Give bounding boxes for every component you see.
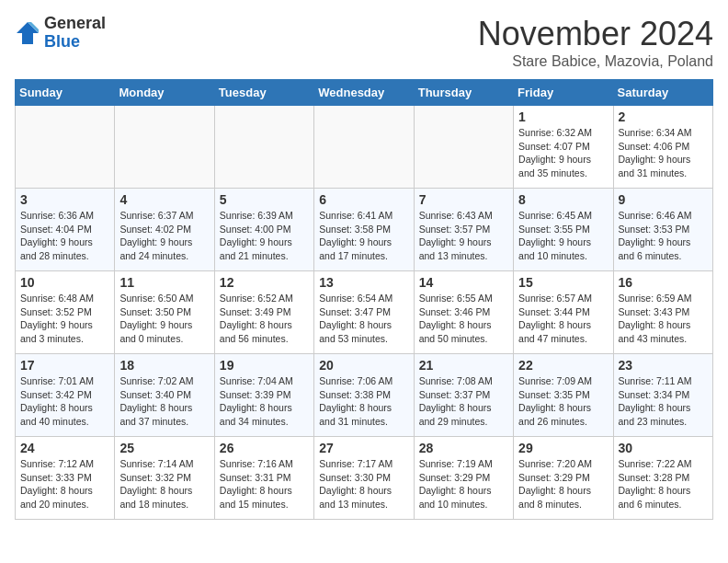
- day-info: Sunrise: 6:41 AM Sunset: 3:58 PM Dayligh…: [319, 209, 408, 263]
- calendar-cell: 27Sunrise: 7:17 AM Sunset: 3:30 PM Dayli…: [314, 437, 414, 520]
- calendar-cell: 17Sunrise: 7:01 AM Sunset: 3:42 PM Dayli…: [16, 354, 115, 437]
- day-number: 28: [419, 441, 508, 455]
- day-info: Sunrise: 7:11 AM Sunset: 3:34 PM Dayligh…: [619, 374, 708, 429]
- calendar-week-3: 10Sunrise: 6:48 AM Sunset: 3:52 PM Dayli…: [16, 271, 713, 354]
- day-info: Sunrise: 6:59 AM Sunset: 3:43 PM Dayligh…: [619, 292, 708, 346]
- calendar-cell: [314, 106, 414, 189]
- day-number: 5: [220, 192, 309, 207]
- day-info: Sunrise: 6:34 AM Sunset: 4:06 PM Dayligh…: [619, 126, 708, 180]
- calendar-cell: [115, 106, 214, 189]
- calendar-cell: [214, 106, 313, 189]
- calendar-cell: 30Sunrise: 7:22 AM Sunset: 3:28 PM Dayli…: [613, 437, 712, 520]
- day-info: Sunrise: 6:46 AM Sunset: 3:53 PM Dayligh…: [619, 209, 708, 263]
- day-info: Sunrise: 7:20 AM Sunset: 3:29 PM Dayligh…: [518, 457, 608, 511]
- day-info: Sunrise: 7:22 AM Sunset: 3:28 PM Dayligh…: [619, 457, 708, 511]
- day-number: 15: [518, 275, 608, 290]
- page-header: General Blue November 2024 Stare Babice,…: [15, 15, 713, 70]
- day-info: Sunrise: 7:12 AM Sunset: 3:33 PM Dayligh…: [20, 457, 109, 511]
- calendar-cell: 6Sunrise: 6:41 AM Sunset: 3:58 PM Daylig…: [314, 189, 414, 271]
- calendar-cell: 23Sunrise: 7:11 AM Sunset: 3:34 PM Dayli…: [613, 354, 712, 437]
- logo-icon: [15, 20, 40, 46]
- calendar-cell: [16, 106, 115, 189]
- column-header-thursday: Thursday: [414, 80, 513, 106]
- calendar-week-4: 17Sunrise: 7:01 AM Sunset: 3:42 PM Dayli…: [16, 354, 713, 437]
- day-number: 21: [419, 358, 508, 373]
- calendar-cell: 20Sunrise: 7:06 AM Sunset: 3:38 PM Dayli…: [314, 354, 414, 437]
- day-info: Sunrise: 7:14 AM Sunset: 3:32 PM Dayligh…: [119, 457, 209, 511]
- day-number: 2: [619, 109, 708, 124]
- day-info: Sunrise: 7:19 AM Sunset: 3:29 PM Dayligh…: [419, 457, 508, 511]
- day-info: Sunrise: 7:17 AM Sunset: 3:30 PM Dayligh…: [319, 457, 408, 511]
- day-number: 26: [220, 441, 309, 455]
- day-number: 14: [419, 275, 508, 290]
- logo-general-text: General: [44, 15, 106, 33]
- day-number: 10: [20, 275, 109, 290]
- calendar-week-1: 1Sunrise: 6:32 AM Sunset: 4:07 PM Daylig…: [16, 106, 713, 189]
- day-number: 11: [119, 275, 209, 290]
- day-info: Sunrise: 7:06 AM Sunset: 3:38 PM Dayligh…: [319, 374, 408, 429]
- day-number: 8: [518, 192, 608, 207]
- logo-text: General Blue: [44, 15, 106, 52]
- day-number: 20: [319, 358, 408, 373]
- calendar-cell: 18Sunrise: 7:02 AM Sunset: 3:40 PM Dayli…: [115, 354, 214, 437]
- day-number: 23: [619, 358, 708, 373]
- day-number: 27: [319, 441, 408, 455]
- calendar-cell: 3Sunrise: 6:36 AM Sunset: 4:04 PM Daylig…: [16, 189, 115, 271]
- column-header-saturday: Saturday: [613, 80, 712, 106]
- day-info: Sunrise: 6:52 AM Sunset: 3:49 PM Dayligh…: [220, 292, 309, 346]
- day-number: 4: [119, 192, 209, 207]
- logo-blue-text: Blue: [44, 33, 106, 52]
- column-header-monday: Monday: [115, 80, 214, 106]
- calendar-cell: 24Sunrise: 7:12 AM Sunset: 3:33 PM Dayli…: [16, 437, 115, 520]
- day-info: Sunrise: 6:55 AM Sunset: 3:46 PM Dayligh…: [419, 292, 508, 346]
- day-number: 12: [220, 275, 309, 290]
- calendar-cell: 9Sunrise: 6:46 AM Sunset: 3:53 PM Daylig…: [613, 189, 712, 271]
- calendar-cell: 12Sunrise: 6:52 AM Sunset: 3:49 PM Dayli…: [214, 271, 313, 354]
- day-number: 25: [119, 441, 209, 455]
- calendar-cell: 15Sunrise: 6:57 AM Sunset: 3:44 PM Dayli…: [514, 271, 613, 354]
- day-number: 3: [20, 192, 109, 207]
- day-info: Sunrise: 7:01 AM Sunset: 3:42 PM Dayligh…: [20, 374, 109, 429]
- logo: General Blue: [15, 15, 106, 52]
- calendar-week-5: 24Sunrise: 7:12 AM Sunset: 3:33 PM Dayli…: [16, 437, 713, 520]
- day-info: Sunrise: 6:50 AM Sunset: 3:50 PM Dayligh…: [119, 292, 209, 346]
- day-info: Sunrise: 7:16 AM Sunset: 3:31 PM Dayligh…: [220, 457, 309, 511]
- calendar-cell: 11Sunrise: 6:50 AM Sunset: 3:50 PM Dayli…: [115, 271, 214, 354]
- day-number: 24: [20, 441, 109, 455]
- calendar-cell: 8Sunrise: 6:45 AM Sunset: 3:55 PM Daylig…: [514, 189, 613, 271]
- column-header-sunday: Sunday: [16, 80, 115, 106]
- day-info: Sunrise: 6:32 AM Sunset: 4:07 PM Dayligh…: [518, 126, 608, 180]
- day-number: 18: [119, 358, 209, 373]
- column-header-friday: Friday: [514, 80, 613, 106]
- calendar-cell: 2Sunrise: 6:34 AM Sunset: 4:06 PM Daylig…: [613, 106, 712, 189]
- calendar-cell: 26Sunrise: 7:16 AM Sunset: 3:31 PM Dayli…: [214, 437, 313, 520]
- day-info: Sunrise: 7:09 AM Sunset: 3:35 PM Dayligh…: [518, 374, 608, 429]
- calendar-cell: 21Sunrise: 7:08 AM Sunset: 3:37 PM Dayli…: [414, 354, 513, 437]
- calendar-cell: 1Sunrise: 6:32 AM Sunset: 4:07 PM Daylig…: [514, 106, 613, 189]
- calendar-table: SundayMondayTuesdayWednesdayThursdayFrid…: [15, 79, 713, 520]
- day-info: Sunrise: 7:08 AM Sunset: 3:37 PM Dayligh…: [419, 374, 508, 429]
- calendar-cell: 7Sunrise: 6:43 AM Sunset: 3:57 PM Daylig…: [414, 189, 513, 271]
- day-number: 1: [518, 109, 608, 124]
- calendar-cell: [414, 106, 513, 189]
- day-number: 6: [319, 192, 408, 207]
- calendar-header-row: SundayMondayTuesdayWednesdayThursdayFrid…: [16, 80, 713, 106]
- calendar-cell: 16Sunrise: 6:59 AM Sunset: 3:43 PM Dayli…: [613, 271, 712, 354]
- calendar-cell: 13Sunrise: 6:54 AM Sunset: 3:47 PM Dayli…: [314, 271, 414, 354]
- day-number: 29: [518, 441, 608, 455]
- day-number: 22: [518, 358, 608, 373]
- calendar-cell: 22Sunrise: 7:09 AM Sunset: 3:35 PM Dayli…: [514, 354, 613, 437]
- day-number: 9: [619, 192, 708, 207]
- day-info: Sunrise: 6:54 AM Sunset: 3:47 PM Dayligh…: [319, 292, 408, 346]
- calendar-cell: 5Sunrise: 6:39 AM Sunset: 4:00 PM Daylig…: [214, 189, 313, 271]
- calendar-cell: 25Sunrise: 7:14 AM Sunset: 3:32 PM Dayli…: [115, 437, 214, 520]
- day-info: Sunrise: 6:37 AM Sunset: 4:02 PM Dayligh…: [119, 209, 209, 263]
- column-header-tuesday: Tuesday: [214, 80, 313, 106]
- calendar-cell: 29Sunrise: 7:20 AM Sunset: 3:29 PM Dayli…: [514, 437, 613, 520]
- day-info: Sunrise: 6:39 AM Sunset: 4:00 PM Dayligh…: [220, 209, 309, 263]
- calendar-cell: 14Sunrise: 6:55 AM Sunset: 3:46 PM Dayli…: [414, 271, 513, 354]
- day-info: Sunrise: 6:48 AM Sunset: 3:52 PM Dayligh…: [20, 292, 109, 346]
- location-subtitle: Stare Babice, Mazovia, Poland: [478, 53, 713, 70]
- day-number: 16: [619, 275, 708, 290]
- day-info: Sunrise: 7:02 AM Sunset: 3:40 PM Dayligh…: [119, 374, 209, 429]
